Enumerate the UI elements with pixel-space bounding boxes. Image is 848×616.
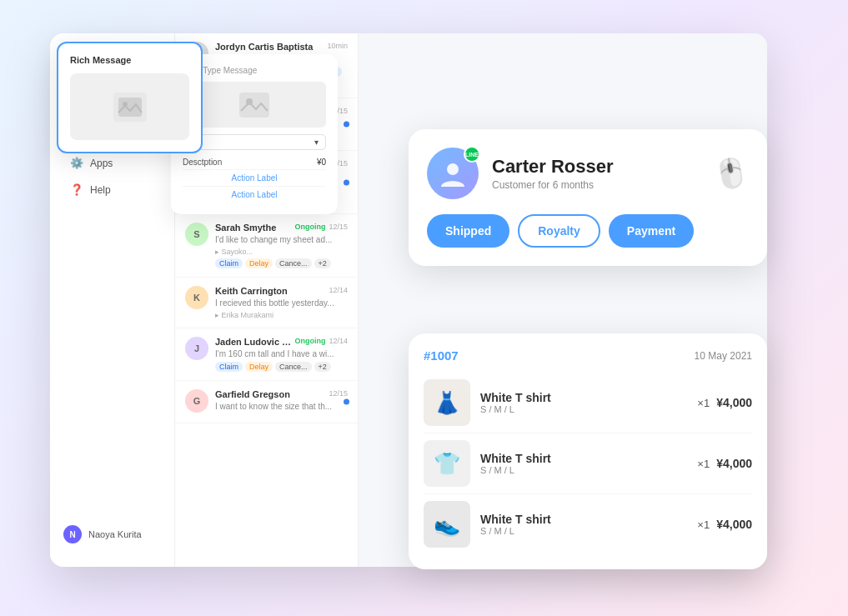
avatar: S [185,223,208,246]
item-name: White T shirt [480,452,687,465]
item-price: ¥4,000 [716,518,752,531]
action-label-2[interactable]: Action Label [183,187,326,203]
order-item: 👕 White T shirt S / M / L ×1 ¥4,000 [424,433,752,494]
svg-point-5 [447,163,459,175]
order-header: #1007 10 May 2021 [424,348,752,363]
action-buttons: Shipped Royalty Payment [427,214,749,248]
assignee: ▸ Sayoko... [215,248,348,256]
item-right: ×1 ¥4,000 [697,457,752,470]
tag: Cance... [275,362,312,372]
rich-message-card: Rich Message [57,42,203,153]
item-qty: ×1 [697,518,710,531]
image-placeholder-icon [113,93,147,122]
sidebar-item-apps[interactable]: ⚙️ Apps [57,150,168,176]
click-cursor-icon: 🖱️ [711,154,751,193]
card-type-title: Card Type Message [183,66,326,75]
tag: Cance... [275,258,312,268]
rich-message-title: Rich Message [70,55,189,65]
tag: +2 [314,362,331,372]
customer-name: Carter Rosser [492,156,700,178]
tag: Delay [245,362,273,372]
unread-dot [344,122,349,128]
tag: Claim [215,362,243,372]
sidebar-footer: N Naoya Kurita [57,518,168,550]
order-card: #1007 10 May 2021 👗 White T shirt S / M … [409,333,767,569]
item-details: White T shirt S / M / L [480,452,687,475]
order-item: 👟 White T shirt S / M / L ×1 ¥4,000 [424,494,752,554]
card-type-dropdown[interactable]: ▾ [183,134,326,150]
item-name: White T shirt [480,513,687,526]
status-badge: Ongoing [294,223,325,231]
chat-preview: I recieved this bottle yesterday... [215,298,348,308]
order-item: 👗 White T shirt S / M / L ×1 ¥4,000 [424,373,752,433]
avatar: K [185,286,208,309]
item-image: 👟 [424,501,470,548]
customer-info: Carter Rosser Customer for 6 months [492,156,700,191]
item-size: S / M / L [480,526,687,536]
assignee: ▸ Erika Murakami [215,311,348,319]
user-avatar: N [63,525,82,543]
item-right: ×1 ¥4,000 [697,518,752,531]
customer-card: LINE Carter Rosser Customer for 6 months… [409,129,767,266]
chat-item[interactable]: J Jaden Ludovic Willis Ongoing 12/14 I'm… [175,328,358,381]
item-details: White T shirt S / M / L [480,513,687,536]
chat-tags: Claim Delay Cance... +2 [215,258,348,268]
order-date: 10 May 2021 [695,350,752,362]
royalty-button[interactable]: Royalty [518,214,600,248]
status-badge: Ongoing [294,337,325,345]
sidebar-help-label: Help [90,184,111,196]
chat-time: 12/14 [329,286,348,294]
apps-icon: ⚙️ [70,157,83,169]
tag: +2 [314,258,331,268]
chat-item[interactable]: K Keith Carrington 12/14 I recieved this… [175,278,358,328]
rich-message-image [70,73,189,140]
svg-rect-3 [239,93,269,118]
description-value: ¥0 [317,158,326,167]
chat-name: Jordyn Cartis Baptista [215,42,324,52]
item-price: ¥4,000 [716,396,752,409]
item-size: S / M / L [480,465,687,475]
sidebar-apps-label: Apps [90,158,113,169]
sidebar-user: N Naoya Kurita [57,518,168,550]
tag: Claim [215,258,243,268]
item-qty: ×1 [697,458,710,470]
item-image: 👕 [424,440,470,487]
sidebar-item-help[interactable]: ❓ Help [57,177,168,203]
item-image: 👗 [424,379,470,426]
payment-button[interactable]: Payment [609,214,694,248]
card-description-row: Desctption ¥0 [183,155,326,170]
avatar: J [185,337,208,360]
chat-time: 10min [327,42,348,50]
chat-name: Keith Carrington [215,286,325,296]
item-qty: ×1 [697,397,710,409]
chat-content: Keith Carrington 12/14 I recieved this b… [215,286,348,319]
chat-time: 12/15 [329,223,348,231]
customer-since: Customer for 6 months [492,179,700,191]
item-name: White T shirt [480,391,687,404]
customer-avatar-wrapper: LINE [427,148,479,199]
chat-preview: I'm 160 cm tall and I have a wi... [215,349,348,358]
order-id: #1007 [424,348,459,363]
customer-header: LINE Carter Rosser Customer for 6 months… [427,148,749,199]
chat-content: Garfield Gregson 12/15 I want to know th… [215,389,348,414]
item-price: ¥4,000 [716,457,752,470]
chat-preview: I'd like to change my sheet ad... [215,235,348,244]
item-size: S / M / L [480,404,687,414]
chat-time: 12/15 [329,389,348,398]
chat-name: Jaden Ludovic Willis [215,337,294,347]
person-icon [438,158,468,188]
unread-dot [344,179,349,185]
chat-name: Garfield Gregson [215,389,325,399]
user-name: Naoya Kurita [88,529,142,539]
action-label-1[interactable]: Action Label [183,170,326,187]
tag: Delay [245,258,273,268]
shipped-button[interactable]: Shipped [427,214,509,248]
chat-item[interactable]: S Sarah Smythe Ongoing 12/15 I'd like to… [175,214,358,278]
card-image-icon [239,93,269,118]
user-initials: N [69,530,75,539]
help-icon: ❓ [70,183,83,196]
item-details: White T shirt S / M / L [480,391,687,414]
chat-content: Sarah Smythe Ongoing 12/15 I'd like to c… [215,223,348,268]
chat-item[interactable]: G Garfield Gregson 12/15 I want to know … [175,381,358,423]
chat-name: Sarah Smythe [215,223,294,233]
